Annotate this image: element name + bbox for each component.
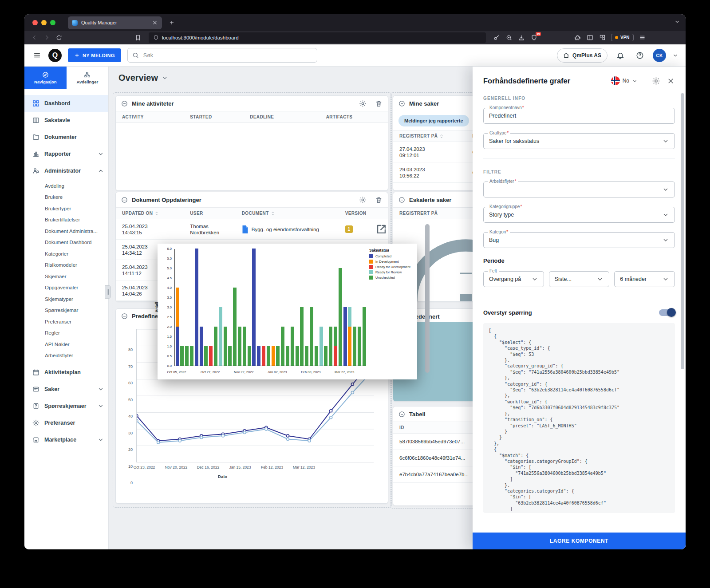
tab-close-icon[interactable] — [152, 20, 158, 26]
external-link-icon[interactable] — [375, 223, 388, 236]
key-icon[interactable] — [491, 33, 502, 43]
query-code[interactable]: [ { "$select": { "case_type_id": { "$eq"… — [483, 323, 675, 513]
sidebar-subitem-avdeling[interactable]: Avdeling — [24, 180, 108, 192]
bookmark-icon[interactable] — [133, 33, 143, 43]
sidebar-item-preferanser[interactable]: Preferanser — [24, 414, 108, 431]
column-header-deadline[interactable]: Deadline — [244, 111, 320, 122]
sidebar-subitem-dokument-dashbord[interactable]: Dokument Dashbord — [24, 237, 108, 249]
sidebar-subitem-skjematyper[interactable]: Skjematyper — [24, 293, 108, 305]
panel-scrollbar[interactable] — [681, 93, 684, 369]
close-window-button[interactable] — [32, 20, 38, 25]
minimize-window-button[interactable] — [41, 20, 47, 25]
sidebar-item-dokumenter[interactable]: Dokumenter — [24, 129, 108, 146]
siste-select[interactable]: Siste... — [549, 271, 610, 287]
sidebar-item-aktivitetsplan[interactable]: Aktivitetsplan — [24, 364, 108, 381]
sidebar-subitem-skjemaer[interactable]: Skjemaer — [24, 271, 108, 282]
menu-hamburger-icon[interactable] — [637, 33, 648, 43]
sidebar-subitem-sp-rreskjemar[interactable]: Spørreskjemar — [24, 305, 108, 316]
sidebar-subitem-preferanser[interactable]: Preferanser — [24, 316, 108, 328]
sidebar-item-administrator[interactable]: Administrator — [24, 162, 108, 179]
main-scrollbar[interactable] — [425, 224, 430, 373]
help-icon[interactable] — [633, 49, 647, 62]
url-bar[interactable]: localhost:3000/module/dashboard — [149, 32, 486, 43]
sidebar-subitem-brukertillatelser[interactable]: Brukertillatelser — [24, 214, 108, 226]
zoom-icon[interactable] — [504, 33, 514, 43]
organization-button[interactable]: QmPlus AS — [557, 48, 607, 63]
sidebar-item-saker[interactable]: Saker — [24, 381, 108, 398]
language-selector[interactable]: No — [611, 76, 638, 85]
sidebar-subitem-api-n-kler[interactable]: API Nøkler — [24, 339, 108, 350]
collapse-icon[interactable] — [121, 100, 128, 107]
shield-icon[interactable] — [153, 35, 159, 40]
lengde-select[interactable]: 6 måneder — [614, 271, 675, 287]
search-input[interactable] — [142, 52, 312, 59]
sidebar-subitem-dokument-administra[interactable]: Dokument Administra... — [24, 225, 108, 237]
sidebar-item-sp-rreskjemaer[interactable]: Spørreskjemaer — [24, 398, 108, 414]
new-message-button[interactable]: NY MELDING — [68, 48, 121, 62]
column-header-artifacts[interactable]: Artifacts — [320, 111, 388, 122]
sidebar-subitem-brukertyper[interactable]: Brukertyper — [24, 203, 108, 214]
reload-icon[interactable] — [54, 33, 64, 43]
tab-overflow-chevron-icon[interactable] — [674, 19, 680, 25]
sidebar-item-marketplace[interactable]: Marketplace — [24, 431, 108, 448]
sidebar-subitem-arbeidsflyter[interactable]: Arbeidsflyter — [24, 350, 108, 362]
collapse-icon[interactable] — [398, 100, 405, 107]
account-chevron-down-icon[interactable] — [672, 52, 678, 59]
extensions-puzzle-icon[interactable] — [572, 33, 583, 43]
forward-icon[interactable] — [41, 33, 52, 43]
sidebar-panel-icon[interactable] — [584, 33, 595, 43]
vpn-indicator[interactable]: VPN — [611, 34, 634, 41]
column-header-document[interactable]: DOCUMENT — [236, 208, 339, 219]
table-row[interactable]: 25.04.202314:43:15Thomas NordbrekkenBygg… — [116, 219, 388, 240]
search-box[interactable] — [127, 48, 317, 63]
maximize-window-button[interactable] — [50, 20, 55, 25]
sort-icon[interactable] — [154, 211, 159, 216]
user-avatar[interactable]: CK — [653, 49, 666, 62]
tab-navigasjon[interactable]: Navigasjon — [24, 67, 67, 89]
save-page-icon[interactable] — [516, 33, 527, 43]
column-header-registrert-p[interactable]: REGISTRERT PÅ — [393, 130, 466, 142]
sidebar-subitem-kategorier[interactable]: Kategorier — [24, 248, 108, 260]
sort-icon[interactable] — [271, 211, 275, 216]
panel-gear-icon[interactable] — [652, 77, 660, 85]
app-logo[interactable]: Q — [48, 49, 62, 62]
adblock-shield-icon[interactable]: 19 — [529, 33, 539, 43]
sidebar-item-rapporter[interactable]: Rapporter — [24, 146, 108, 162]
title-chevron-down-icon[interactable] — [162, 75, 168, 81]
column-header-version[interactable]: VERSION — [339, 208, 369, 219]
sidebar-item-dashbord[interactable]: Dashbord — [24, 95, 108, 112]
gear-icon[interactable] — [359, 100, 367, 107]
column-header-activity[interactable]: Activity — [116, 111, 184, 122]
felt-select[interactable]: Felt Overgang på — [483, 271, 544, 287]
graftype-select[interactable]: Graftype* Saker for saksstatus — [483, 133, 675, 149]
sidebar-item-sakstavle[interactable]: Sakstavle — [24, 112, 108, 129]
sidebar-subitem-risikomodeler[interactable]: Risikomodeler — [24, 260, 108, 271]
filter-chip[interactable]: Meldinger jeg rapporterte — [398, 115, 469, 126]
trash-icon[interactable] — [375, 196, 383, 204]
column-header-started[interactable]: Started — [184, 111, 244, 122]
gear-icon[interactable] — [359, 196, 367, 204]
save-component-button[interactable]: LAGRE KOMPONENT — [473, 533, 686, 549]
app-hamburger-icon[interactable] — [32, 50, 42, 61]
panel-close-icon[interactable] — [667, 77, 675, 85]
collapse-icon[interactable] — [121, 197, 128, 203]
komponentnavn-input[interactable]: Komponentnavn* Predefinert — [483, 108, 675, 124]
collapse-icon[interactable] — [398, 411, 405, 418]
dragged-bar-chart[interactable]: Antall 0.00.51.01.52.02.53.03.54.04.55.0… — [158, 244, 417, 379]
column-header-user[interactable]: USER — [184, 208, 235, 219]
kategorigruppe-select[interactable]: Kategorigruppe* Story type — [483, 207, 675, 223]
back-icon[interactable] — [29, 33, 39, 43]
sidebar-subitem-oppgavemaler[interactable]: Oppgavemaler — [24, 282, 108, 294]
new-tab-button[interactable] — [166, 17, 177, 28]
collapse-icon[interactable] — [398, 197, 405, 203]
collapse-icon[interactable] — [121, 313, 128, 320]
browser-tab[interactable]: Quality Manager — [68, 16, 162, 29]
sort-icon[interactable] — [439, 134, 444, 138]
override-toggle[interactable] — [659, 309, 675, 316]
sidebar-subitem-brukere[interactable]: Brukere — [24, 192, 108, 203]
tab-avdelinger[interactable]: Avdelinger — [67, 67, 109, 89]
kategori-select[interactable]: Kategori* Bug — [483, 232, 675, 248]
containers-icon[interactable] — [597, 33, 607, 43]
arbeidsflyter-select[interactable]: Arbeidsflyter* — [483, 182, 675, 197]
sidebar-resize-handle[interactable] — [105, 285, 111, 299]
